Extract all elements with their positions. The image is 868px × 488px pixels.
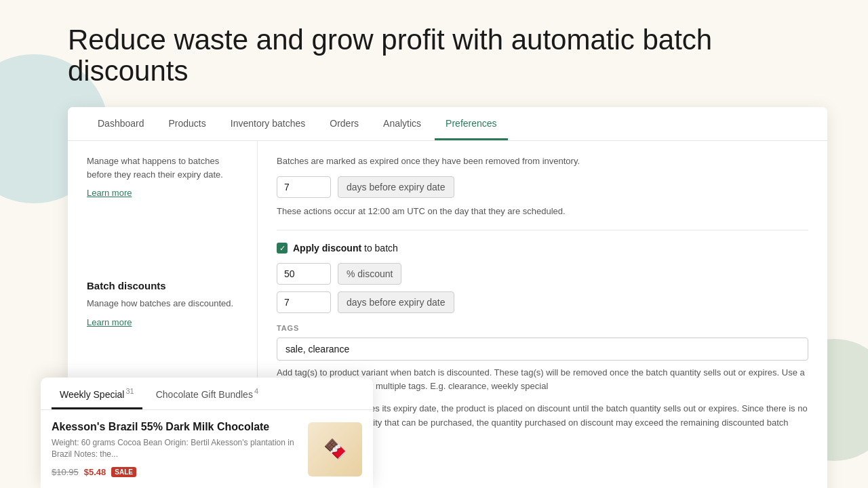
expiry-section: Manage what happens to batches before th… <box>87 155 238 199</box>
product-image-emoji: 🍫 <box>323 438 347 460</box>
product-name: Akesson's Brazil 55% Dark Milk Chocolate <box>52 421 297 433</box>
product-info: Akesson's Brazil 55% Dark Milk Chocolate… <box>52 421 297 477</box>
price-sale: $5.48 <box>84 467 106 477</box>
discount-percent-input[interactable] <box>277 263 331 285</box>
expiry-info-text: Batches are marked as expired once they … <box>277 155 808 168</box>
product-tab-weekly-special[interactable]: Weekly Special31 <box>52 378 142 410</box>
sale-badge: SALE <box>111 467 136 477</box>
batch-discounts-section: Batch discounts Manage how batches are d… <box>87 280 238 328</box>
schedule-info-text: These actions occur at 12:00 am UTC on t… <box>277 205 808 218</box>
weekly-special-badge: 31 <box>125 387 134 395</box>
batch-discounts-desc: Manage how batches are discounted. <box>87 297 238 310</box>
product-tab-chocolate-gift-bundles[interactable]: Chocolate Gift Bundles4 <box>148 378 267 410</box>
expiry-days-label: days before expiry date <box>338 176 454 198</box>
nav-item-dashboard[interactable]: Dashboard <box>87 107 155 140</box>
discount-days-input[interactable] <box>277 291 331 313</box>
expiry-learn-more-link[interactable]: Learn more <box>87 188 132 198</box>
product-image: 🍫 <box>308 422 362 476</box>
page-heading: Reduce waste and grow profit with automa… <box>68 24 827 87</box>
nav-item-orders[interactable]: Orders <box>319 107 370 140</box>
nav-item-analytics[interactable]: Analytics <box>372 107 432 140</box>
apply-discount-checkbox-row: ✓ Apply discount to batch <box>277 243 808 253</box>
nav-bar: Dashboard Products Inventory batches Ord… <box>68 107 827 141</box>
expiry-section-desc: Manage what happens to batches before th… <box>87 155 238 181</box>
discount-percent-row: % discount <box>277 263 808 285</box>
batch-discounts-title: Batch discounts <box>87 280 238 291</box>
discount-days-row: days before expiry date <box>277 291 808 313</box>
product-tabs: Weekly Special31 Chocolate Gift Bundles4 <box>41 378 373 411</box>
tags-input[interactable] <box>277 338 808 361</box>
checkbox-check-icon: ✓ <box>279 244 285 253</box>
expiry-days-row: days before expiry date <box>277 176 808 198</box>
product-item: Akesson's Brazil 55% Dark Milk Chocolate… <box>41 410 373 488</box>
weekly-special-label: Weekly Special <box>60 388 124 399</box>
section-divider <box>277 230 808 230</box>
batch-discounts-learn-more-link[interactable]: Learn more <box>87 317 132 327</box>
discount-days-label: days before expiry date <box>338 291 454 313</box>
product-card: Weekly Special31 Chocolate Gift Bundles4… <box>41 378 373 488</box>
nav-item-inventory-batches[interactable]: Inventory batches <box>220 107 317 140</box>
product-desc: Weight: 60 grams Cocoa Bean Origin: Bert… <box>52 437 297 460</box>
nav-item-preferences[interactable]: Preferences <box>435 107 507 140</box>
chocolate-gift-bundles-badge: 4 <box>254 387 258 395</box>
discount-percent-label: % discount <box>338 263 401 285</box>
apply-discount-label: Apply discount to batch <box>293 243 398 253</box>
apply-discount-label-rest: to batch <box>361 243 398 253</box>
nav-item-products[interactable]: Products <box>158 107 217 140</box>
price-original: $10.95 <box>52 467 79 477</box>
apply-discount-label-bold: Apply discount <box>293 243 361 253</box>
tags-section-label: TAGS <box>277 324 808 332</box>
chocolate-gift-bundles-label: Chocolate Gift Bundles <box>156 388 253 399</box>
expiry-days-input[interactable] <box>277 176 331 198</box>
product-prices: $10.95 $5.48 SALE <box>52 467 297 477</box>
apply-discount-checkbox[interactable]: ✓ <box>277 243 288 253</box>
